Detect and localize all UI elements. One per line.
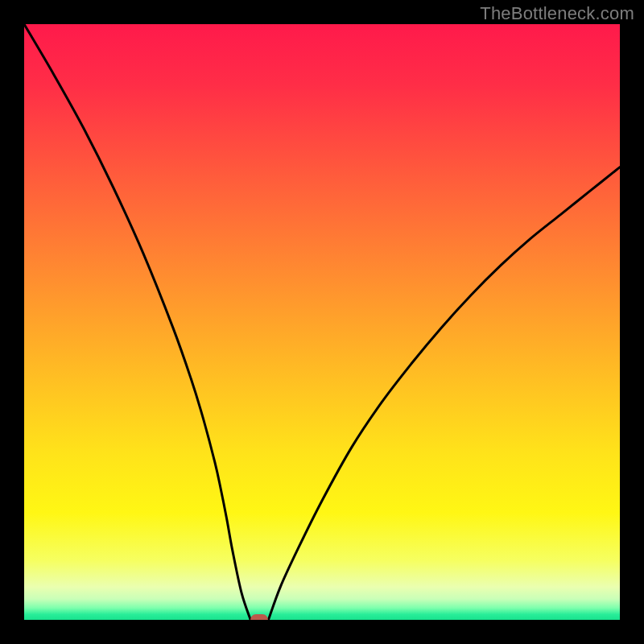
optimum-marker — [250, 614, 268, 620]
bottleneck-curve — [24, 24, 620, 620]
image-frame: TheBottleneck.com — [0, 0, 644, 644]
plot-area — [24, 24, 620, 620]
watermark-text: TheBottleneck.com — [480, 3, 634, 24]
